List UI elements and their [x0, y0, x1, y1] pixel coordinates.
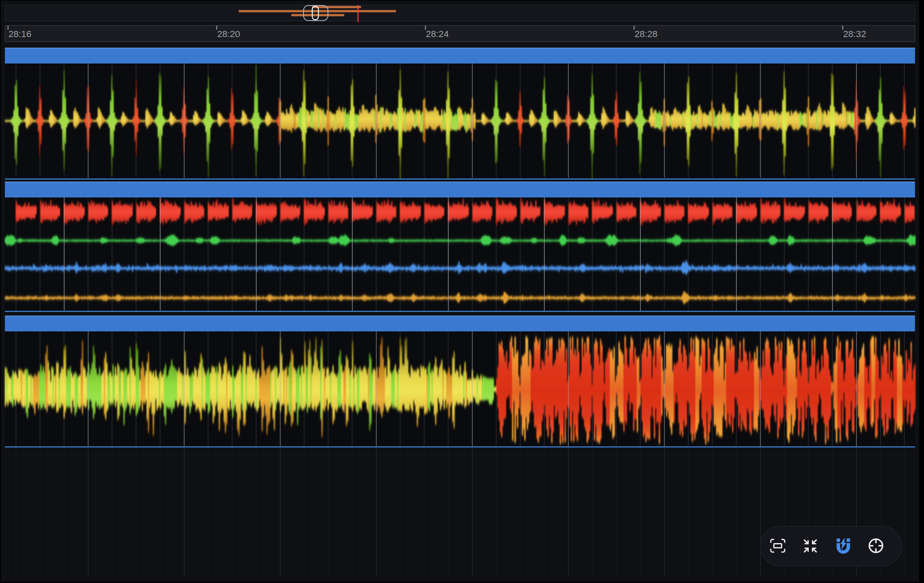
svg-text:28:16: 28:16 [9, 29, 31, 39]
svg-text:28:24: 28:24 [426, 29, 449, 39]
svg-text:28:20: 28:20 [217, 29, 240, 39]
svg-text:28:28: 28:28 [634, 29, 657, 39]
svg-text:28:32: 28:32 [843, 29, 866, 39]
